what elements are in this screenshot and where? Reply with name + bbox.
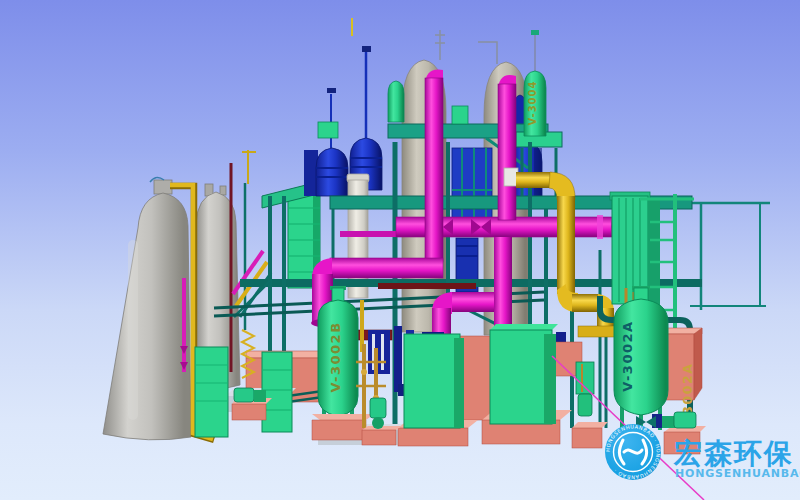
brand-name-cn: 宏森环保 [673, 437, 794, 470]
green-cylinder-small [388, 81, 404, 122]
brand-name-en: HONGSENHUANBAO [675, 467, 800, 480]
plant-3d-scene: V-3004 [0, 0, 800, 500]
vessel-v3002a: V-3002A [614, 286, 668, 432]
v3002a-label: V-3002A [620, 320, 635, 391]
v3004-label: V-3004 [527, 81, 538, 126]
pump-1 [232, 388, 272, 420]
model-viewport[interactable]: V-3004 [0, 0, 800, 500]
v3002b-label: V-3002B [328, 321, 343, 392]
